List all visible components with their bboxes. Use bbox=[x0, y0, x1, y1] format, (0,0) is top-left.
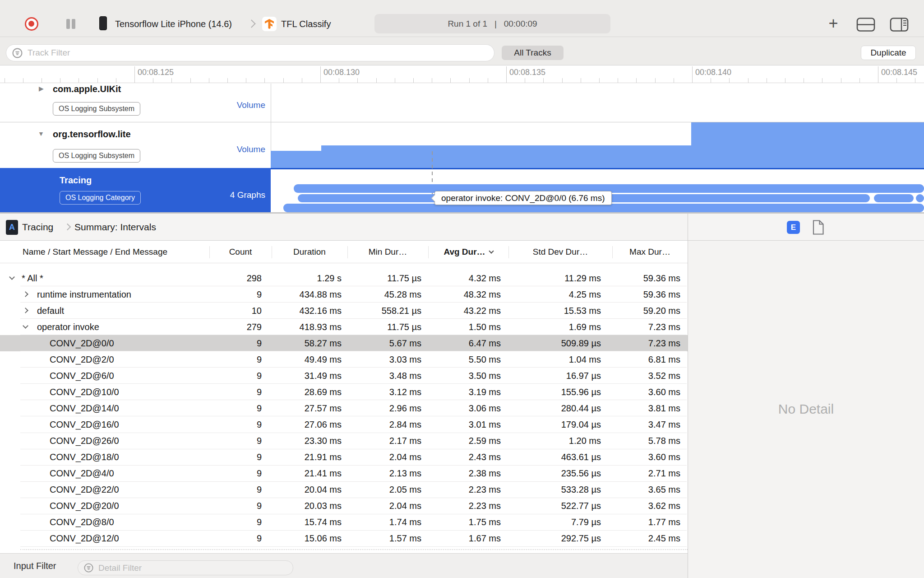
pause-icon[interactable] bbox=[72, 19, 75, 29]
table-row[interactable]: CONV_2D@18/0921.91 ms2.04 ms2.43 ms463.6… bbox=[0, 449, 688, 466]
row-name-cell: CONV_2D@16/0 bbox=[50, 417, 119, 433]
ruler-minor-tick bbox=[896, 78, 897, 83]
add-instrument-button[interactable]: + bbox=[825, 14, 842, 33]
row-avg-cell: 2.23 ms bbox=[429, 498, 501, 514]
extended-detail-button[interactable]: E bbox=[787, 221, 800, 234]
table-row[interactable]: CONV_2D@6/0931.49 ms3.48 ms3.50 ms16.97 … bbox=[0, 368, 688, 384]
disclosure-down-icon[interactable] bbox=[9, 274, 15, 280]
row-std-cell: 235.56 µs bbox=[529, 466, 601, 482]
ruler-minor-tick bbox=[525, 78, 525, 83]
toggle-right-pane-icon[interactable] bbox=[889, 17, 910, 32]
table-row[interactable]: operator invoke279418.93 ms11.75 µs1.50 … bbox=[0, 319, 688, 335]
table-row[interactable]: CONV_2D@2/0949.49 ms3.03 ms5.50 ms1.04 m… bbox=[0, 351, 688, 368]
ruler-minor-tick bbox=[711, 78, 711, 83]
ruler-minor-tick bbox=[171, 78, 172, 83]
table-row[interactable]: CONV_2D@12/0915.06 ms1.57 ms1.67 ms292.7… bbox=[0, 531, 688, 547]
disclosure-down-icon[interactable] bbox=[23, 323, 28, 329]
row-std-cell: 7.79 µs bbox=[529, 514, 601, 531]
record-dot-icon bbox=[28, 21, 34, 27]
row-name-cell: * All * bbox=[22, 270, 43, 286]
row-name-cell: CONV_2D@0/0 bbox=[50, 335, 114, 351]
detail-panel-divider[interactable] bbox=[688, 214, 688, 578]
row-max-cell: 2.71 ms bbox=[608, 466, 680, 482]
detail-filter-input[interactable]: Detail Filter bbox=[78, 560, 293, 575]
column-header-max[interactable]: Max Dur… bbox=[612, 241, 688, 263]
breadcrumb-root[interactable]: Tracing bbox=[22, 222, 53, 233]
track-filter-placeholder: Track Filter bbox=[28, 48, 70, 58]
volume-area-segment[interactable] bbox=[691, 122, 924, 168]
ruler-minor-tick bbox=[562, 78, 563, 83]
breadcrumb-page[interactable]: Summary: Intervals bbox=[74, 222, 156, 233]
playhead-line[interactable] bbox=[432, 151, 433, 212]
row-count-cell: 9 bbox=[189, 514, 262, 531]
track-filter-input[interactable]: Track Filter bbox=[6, 44, 494, 61]
table-row[interactable]: CONV_2D@22/0920.04 ms2.05 ms2.23 ms533.2… bbox=[0, 482, 688, 498]
record-icon[interactable] bbox=[25, 17, 38, 31]
row-count-cell: 9 bbox=[189, 433, 262, 449]
trace-interval-bar[interactable] bbox=[874, 194, 914, 202]
row-std-cell: 4.25 ms bbox=[529, 286, 601, 303]
disclosure-right-icon[interactable] bbox=[23, 308, 28, 313]
ruler-minor-tick bbox=[785, 78, 785, 83]
row-duration-cell: 28.69 ms bbox=[269, 384, 342, 400]
toggle-bottom-pane-icon[interactable] bbox=[855, 17, 876, 32]
row-max-cell: 1.77 ms bbox=[608, 514, 680, 531]
track-kind-label: 4 Graphs bbox=[198, 190, 265, 200]
column-header-min[interactable]: Min Dur… bbox=[347, 241, 428, 263]
ruler-major-tick bbox=[692, 66, 693, 83]
column-header-stddev[interactable]: Std Dev Dur… bbox=[508, 241, 612, 263]
row-avg-cell: 43.22 ms bbox=[429, 303, 501, 319]
table-row[interactable]: CONV_2D@10/0928.69 ms3.12 ms3.19 ms155.9… bbox=[0, 384, 688, 400]
table-row[interactable]: CONV_2D@20/0920.03 ms2.04 ms2.23 ms522.7… bbox=[0, 498, 688, 514]
iphone-icon bbox=[99, 16, 107, 30]
row-min-cell: 11.75 µs bbox=[349, 319, 421, 335]
row-name-cell: operator invoke bbox=[37, 319, 99, 335]
device-selector[interactable]: Tensorflow Lite iPhone (14.6) bbox=[115, 19, 232, 29]
row-avg-cell: 2.59 ms bbox=[429, 433, 501, 449]
row-std-cell: 292.75 µs bbox=[529, 531, 601, 547]
row-duration-cell: 15.06 ms bbox=[269, 531, 342, 547]
table-row[interactable]: default10432.16 ms558.21 µs43.22 ms15.53… bbox=[0, 303, 688, 319]
ruler-minor-tick bbox=[748, 78, 748, 83]
run-status-pill[interactable]: Run 1 of 1 | 00:00:09 bbox=[374, 14, 610, 33]
table-row[interactable]: CONV_2D@0/0958.27 ms5.67 ms6.47 ms509.89… bbox=[0, 335, 688, 351]
volume-area-segment[interactable] bbox=[271, 151, 321, 168]
disclosure-right-icon[interactable] bbox=[23, 291, 28, 297]
row-name-cell: CONV_2D@20/0 bbox=[50, 498, 119, 514]
input-filter-label[interactable]: Input Filter bbox=[14, 561, 56, 571]
ruler-minor-tick bbox=[822, 78, 822, 83]
row-duration-cell: 27.57 ms bbox=[269, 400, 342, 416]
table-row[interactable]: CONV_2D@8/0915.74 ms1.74 ms1.75 ms7.79 µ… bbox=[0, 514, 688, 531]
row-max-cell: 3.60 ms bbox=[608, 449, 680, 466]
table-row[interactable]: CONV_2D@14/0927.57 ms2.96 ms3.06 ms280.4… bbox=[0, 400, 688, 416]
column-header-name[interactable]: Name / Start Message / End Message bbox=[23, 241, 167, 263]
table-row[interactable]: CONV_2D@4/0921.41 ms2.13 ms2.38 ms235.56… bbox=[0, 466, 688, 482]
ruler-minor-tick bbox=[804, 78, 804, 83]
disclosure-expanded-icon[interactable]: ▼ bbox=[38, 130, 44, 137]
row-min-cell: 2.05 ms bbox=[349, 482, 421, 498]
row-min-cell: 2.04 ms bbox=[349, 449, 421, 466]
table-row[interactable]: CONV_2D@26/0923.30 ms2.17 ms2.59 ms1.20 … bbox=[0, 433, 688, 449]
trace-interval-bar[interactable] bbox=[916, 194, 924, 202]
track-row-tracing[interactable]: Tracing OS Logging Category 4 Graphs bbox=[0, 168, 271, 212]
filter-icon bbox=[83, 563, 94, 573]
column-header-count[interactable]: Count bbox=[209, 241, 272, 263]
column-header-duration[interactable]: Duration bbox=[272, 241, 347, 263]
table-row[interactable]: * All *2981.29 s11.75 µs4.32 ms11.29 ms5… bbox=[0, 270, 688, 286]
table-row[interactable]: runtime instrumentation9434.88 ms45.28 m… bbox=[0, 286, 688, 303]
row-min-cell: 3.48 ms bbox=[349, 368, 421, 384]
ruler-minor-tick bbox=[841, 78, 841, 83]
column-header-avg[interactable]: Avg Dur… bbox=[428, 241, 508, 263]
duplicate-button[interactable]: Duplicate bbox=[861, 46, 916, 60]
document-icon[interactable] bbox=[812, 220, 824, 237]
row-avg-cell: 2.38 ms bbox=[429, 466, 501, 482]
track-row-uikit[interactable]: ▶ com.apple.UIKit OS Logging Subsystem V… bbox=[0, 84, 924, 122]
all-tracks-button[interactable]: All Tracks bbox=[502, 46, 564, 60]
disclosure-collapsed-icon[interactable]: ▶ bbox=[39, 85, 44, 92]
instruments-window: Tensorflow Lite iPhone (14.6) TFL Classi… bbox=[0, 0, 924, 578]
table-row[interactable]: CONV_2D@16/0927.06 ms2.84 ms3.01 ms179.0… bbox=[0, 417, 688, 433]
pause-icon[interactable] bbox=[66, 19, 70, 29]
volume-area-segment[interactable] bbox=[321, 145, 691, 168]
process-selector[interactable]: TFL Classify bbox=[281, 19, 331, 29]
timeline-ruler[interactable]: 00:08.12500:08.13000:08.13500:08.14000:0… bbox=[0, 65, 924, 83]
